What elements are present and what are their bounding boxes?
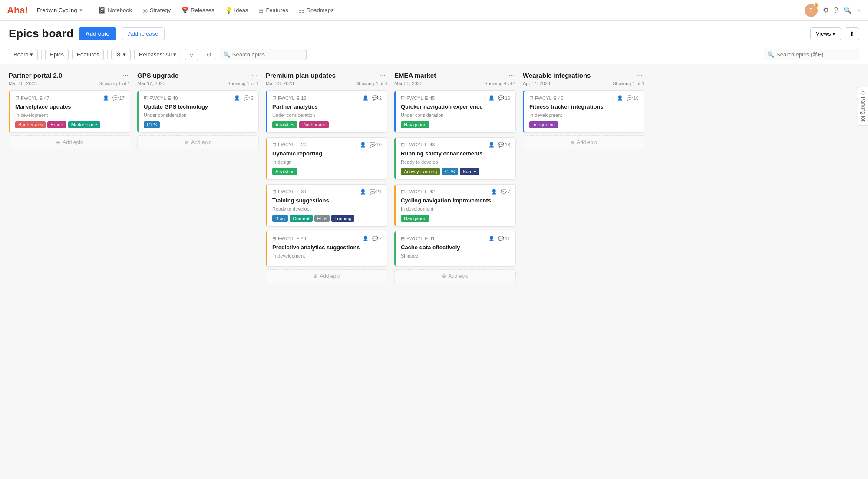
card-id-2-2: ⊞ FWCYL-E-39 <box>272 189 306 195</box>
col-menu-btn-0[interactable]: ··· <box>121 71 130 79</box>
card-comments: 💬 17 <box>112 95 125 101</box>
card-meta-3-0: 👤 💬 16 <box>488 95 510 101</box>
add-nav-icon[interactable]: + <box>857 7 861 14</box>
card-2-2[interactable]: ⊞ FWCYL-E-39 👤 💬 21 Training suggestions <box>266 184 387 227</box>
global-search-input[interactable] <box>764 49 859 60</box>
parking-lot[interactable]: ⟨⟩ Parking lot <box>858 87 868 126</box>
card-3-2[interactable]: ⊞ FWCYL-E-42 👤 💬 7 Cycling navigation im… <box>394 184 516 227</box>
notebook-icon: 📓 <box>98 7 106 14</box>
card-title-0-0: Marketplace updates <box>15 103 125 111</box>
col-date-2: Mar 23, 2023 <box>266 81 294 86</box>
people-icon: 👤 <box>491 189 497 195</box>
board-column-4: Wearable integrations ··· Apr 14, 2023 S… <box>523 71 644 149</box>
add-epic-btn-0[interactable]: ⊕ Add epic <box>9 135 130 149</box>
epics-filter-btn[interactable]: Epics <box>45 49 69 60</box>
add-epic-btn-3[interactable]: ⊕ Add epic <box>394 269 516 283</box>
user-avatar-wrap[interactable]: F <box>805 4 818 17</box>
col-menu-btn-1[interactable]: ··· <box>250 71 259 79</box>
tag: Navigation <box>401 121 429 128</box>
ideas-icon: 💡 <box>225 7 232 14</box>
col-title-4: Wearable integrations <box>523 72 591 79</box>
workspace-selector[interactable]: Fredwin Cycling ▼ <box>33 5 86 15</box>
col-menu-btn-2[interactable]: ··· <box>378 71 387 79</box>
filter-btn[interactable]: ▽ <box>185 49 198 60</box>
tag: Integration <box>529 121 558 128</box>
nav-notebook[interactable]: 📓 Notebook <box>94 5 136 16</box>
nav-features[interactable]: ⊞ Features <box>254 5 292 16</box>
card-meta-3-2: 👤 💬 7 <box>491 189 510 195</box>
add-epic-plus-icon: ⊕ <box>570 139 574 145</box>
nav-strategy[interactable]: ◎ Strategy <box>138 5 175 16</box>
card-meta-2-2: 👤 💬 21 <box>360 189 382 195</box>
comment-count: 21 <box>376 189 382 194</box>
card-title-2-3: Predictive analytics suggestions <box>272 244 382 251</box>
card-3-0[interactable]: ⊞ FWCYL-E-45 👤 💬 16 Quicker navigation e… <box>394 90 516 133</box>
add-epic-plus-icon: ⊕ <box>313 273 317 279</box>
search-epics-wrap: 🔍 <box>220 49 307 60</box>
nav-roadmaps[interactable]: ⚏ Roadmaps <box>294 5 338 16</box>
col-menu-btn-3[interactable]: ··· <box>507 71 516 79</box>
add-epic-btn-4[interactable]: ⊕ Add epic <box>523 135 644 149</box>
card-0-0[interactable]: ⊞ FWCYL-E-47 👤 💬 17 Marketplace updates <box>9 90 130 133</box>
nav-releases[interactable]: 📅 Releases <box>177 5 218 16</box>
tag: GPS <box>144 121 160 128</box>
col-cards-0: ⊞ FWCYL-E-47 👤 💬 17 Marketplace updates <box>9 90 130 133</box>
comment-count: 2 <box>379 96 382 101</box>
card-grid-icon: ⊞ <box>401 189 405 195</box>
col-date-4: Apr 14, 2023 <box>523 81 550 86</box>
help-icon[interactable]: ? <box>834 7 838 14</box>
views-button[interactable]: Views ▾ <box>810 27 841 40</box>
card-id-text: FWCYL-E-40 <box>149 96 178 101</box>
card-id-text: FWCYL-E-47 <box>21 96 49 101</box>
col-header-3: EMEA market ··· Mar 31, 2023 Showing 4 o… <box>394 71 516 90</box>
card-grid-icon: ⊞ <box>272 95 276 101</box>
add-epic-button[interactable]: Add epic <box>79 27 116 40</box>
features-filter-btn[interactable]: Features <box>72 49 104 60</box>
card-2-0[interactable]: ⊞ FWCYL-E-18 👤 💬 2 Partner analytics <box>266 90 387 133</box>
card-comments: 💬 13 <box>498 142 510 148</box>
card-id-text: FWCYL-E-45 <box>406 96 435 101</box>
add-epic-btn-2[interactable]: ⊕ Add epic <box>266 269 387 283</box>
tag: Elite <box>314 215 330 222</box>
export-button[interactable]: ⬆ <box>845 27 859 40</box>
card-comments: 💬 5 <box>244 95 253 101</box>
search-epics-input[interactable] <box>220 49 307 60</box>
card-2-3[interactable]: ⊞ FWCYL-E-44 👤 💬 7 Predictive analytics … <box>266 231 387 267</box>
card-4-0[interactable]: ⊞ FWCYL-E-46 👤 💬 18 Fitness tracker inte… <box>523 90 644 133</box>
comment-icon: 💬 <box>627 95 633 101</box>
add-epic-btn-1[interactable]: ⊕ Add epic <box>137 135 259 149</box>
col-menu-btn-4[interactable]: ··· <box>635 71 644 79</box>
card-id-text: FWCYL-E-42 <box>406 189 435 194</box>
people-icon: 👤 <box>488 95 495 101</box>
board-dropdown[interactable]: Board ▾ <box>9 49 38 60</box>
add-epic-plus-icon: ⊕ <box>185 139 189 145</box>
features-icon: ⊞ <box>258 7 264 14</box>
settings-dropdown[interactable]: ⚙ ▾ <box>111 49 131 60</box>
releases-dropdown[interactable]: Releases: All ▾ <box>134 49 181 60</box>
card-meta-2-0: 👤 💬 2 <box>363 95 382 101</box>
card-1-0[interactable]: ⊞ FWCYL-E-40 👤 💬 5 Update GPS technology <box>137 90 259 133</box>
card-id-text: FWCYL-E-20 <box>278 142 306 147</box>
col-date-3: Mar 31, 2023 <box>394 81 422 86</box>
card-id-3-2: ⊞ FWCYL-E-42 <box>401 189 435 195</box>
history-btn[interactable]: ⊙ <box>202 49 216 60</box>
nav-ideas[interactable]: 💡 Ideas <box>221 5 253 16</box>
col-showing-2: Showing 4 of 4 <box>356 81 387 86</box>
card-3-1[interactable]: ⊞ FWCYL-E-43 👤 💬 13 Running safety enhan… <box>394 137 516 180</box>
card-id-4-0: ⊞ FWCYL-E-46 <box>529 95 563 101</box>
add-release-button[interactable]: Add release <box>122 27 165 40</box>
tag: Brand <box>47 121 66 128</box>
col-cards-3: ⊞ FWCYL-E-45 👤 💬 16 Quicker navigation e… <box>394 90 516 267</box>
card-id-2-0: ⊞ FWCYL-E-18 <box>272 95 306 101</box>
search-nav-icon[interactable]: 🔍 <box>843 6 852 14</box>
card-meta-2-3: 👤 💬 7 <box>363 236 382 241</box>
brand-logo[interactable]: Aha! <box>7 5 28 16</box>
col-header-4: Wearable integrations ··· Apr 14, 2023 S… <box>523 71 644 90</box>
comment-icon: 💬 <box>244 95 250 101</box>
card-2-1[interactable]: ⊞ FWCYL-E-20 👤 💬 10 Dynamic reporting <box>266 137 387 180</box>
card-3-3[interactable]: ⊞ FWCYL-E-41 👤 💬 11 Cache data effective… <box>394 231 516 267</box>
card-status-0-0: In development <box>15 112 125 118</box>
tag: Analytics <box>272 121 297 128</box>
settings-nav-icon[interactable]: ⚙ <box>823 6 829 14</box>
card-id-text: FWCYL-E-43 <box>406 142 435 147</box>
